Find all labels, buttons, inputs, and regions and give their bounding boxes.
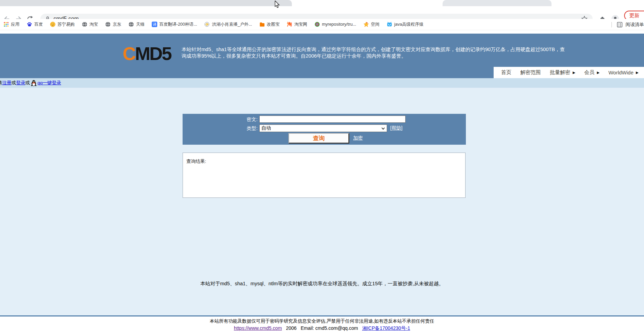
browser-toolbar: cmd5.com 更新 [0,6,644,19]
java-robot-icon [387,22,392,27]
bookmark-tmall[interactable]: 天猫 [128,22,145,27]
translate-badge-icon: 译 [152,22,157,27]
nav-label: WorldWide [608,70,633,75]
bookmark-label: 应用 [11,22,20,27]
chevron-right-icon: ▶ [597,71,600,74]
tab-inactive[interactable] [443,0,552,6]
login-bar: 请注册或登录或 qq一键登录 [0,78,644,88]
bookmark-label: 淘宝 [89,22,98,27]
bookmark-label: 改图宝 [267,22,280,27]
qq-penguin-icon [31,80,37,86]
footer-site-link[interactable]: https://www.cmd5.com [234,325,282,331]
bookmark-label: 苏宁易购 [58,22,75,27]
site-description: 本站针对md5、sha1等全球通用公开的加密算法进行反向查询，通过穷举字符组合的… [182,46,565,59]
bookmark-java[interactable]: java高级程序猿 [387,22,423,27]
bookmark-taobao[interactable]: 淘宝 [82,22,98,27]
bookmark-baidu-translate[interactable]: 译 百度翻译-200种语... [152,22,197,27]
bookmark-label: 空间 [371,22,380,27]
login-conj: 或 [12,80,16,86]
orange-folder-icon [259,22,265,27]
site-footer: 本站所有功能及数据仅可用于密码学研究及信息安全评估,严禁用于任何非法用途,如有违… [0,316,644,336]
bookmark-label: 天猫 [136,22,145,27]
footer-links-row: https://www.cmd5.com 2006 Email: cmd5.co… [0,325,644,332]
tab-strip [0,0,644,6]
login-conj: 或 [25,80,30,86]
cmd5-logo[interactable]: CMD5 [123,43,171,64]
help-link-wrap: [帮助] [390,125,402,131]
bookmark-label: 百度 [34,22,43,27]
bookmark-live-stream[interactable]: 洪湖小肖直播_户外... [204,22,252,27]
results-label: 查询结果: [186,158,206,165]
lion-icon [50,22,55,27]
bookmark-label: 淘宝网 [294,22,307,27]
query-results-box: 查询结果: [183,153,466,198]
nav-batch-decrypt[interactable]: 批量解密 ▶ [550,69,575,76]
query-form-panel: 密文: 类型: 自动 [帮助] 查询 加密 [183,114,466,145]
apps-grid-icon [3,22,9,27]
taobao-char-icon: 淘 [287,22,292,27]
nav-label: 会员 [584,69,595,76]
nav-label: 解密范围 [520,69,541,76]
reading-list-icon [617,22,623,28]
register-link[interactable]: 注册 [2,80,12,86]
bookmark-myrepository[interactable]: myrepository/tru... [314,22,356,27]
bookmark-baidu[interactable]: 百度 [27,22,43,27]
bookmark-label: 京东 [113,22,121,27]
globe-icon [82,22,87,27]
mouse-cursor [274,1,280,8]
bookmark-label: java高级程序猿 [394,22,423,27]
query-button[interactable]: 查询 [288,133,349,144]
baidu-paw-icon [27,22,32,27]
tab-inactive[interactable] [0,0,292,6]
chevron-right-icon: ▶ [636,71,639,74]
update-label: 更新 [629,12,640,19]
bracket: ] [401,125,402,131]
bookmarks-bar: 应用 百度 苏宁易购 淘宝 京东 [0,19,644,30]
bookmark-label: 洪湖小肖直播_户外... [212,22,252,27]
live-swirl-icon [204,22,210,27]
logo-c: C [123,43,135,64]
type-label: 类型: [183,125,258,132]
nav-worldwide[interactable]: WorldWide ▶ [608,70,639,75]
globe-icon [105,22,111,27]
nav-label: 批量解密 [550,69,570,76]
nav-decrypt-range[interactable]: 解密范围 [520,69,541,76]
nav-label: 首页 [501,69,511,76]
bookmarks-separator [611,22,612,27]
chevron-right-icon: ▶ [573,71,575,74]
bookmark-suning[interactable]: 苏宁易购 [50,22,75,27]
bookmark-jd[interactable]: 京东 [105,22,121,27]
cipher-input[interactable] [259,116,406,123]
nav-member[interactable]: 会员 ▶ [584,69,600,76]
bookmark-apps[interactable]: 应用 [3,22,20,27]
reading-list-label: 阅读清单 [626,22,644,28]
rainbow-rings-icon [314,22,320,27]
reading-list-area[interactable]: 阅读清单 [611,19,644,30]
footer-icp-link[interactable]: 湘ICP备17004230号-1 [362,325,410,331]
site-slogan: 本站对于md5、sha1、mysql、ntlm等的实时解密成功率在全球遥遥领先。… [0,280,644,287]
bookmark-label: 百度翻译-200种语... [159,22,197,27]
chevron-down-icon [381,126,385,131]
login-link[interactable]: 登录 [16,80,25,86]
logo-md5: MD5 [135,43,171,64]
type-select[interactable]: 自动 [259,124,387,132]
nav-home[interactable]: 首页 [501,69,511,76]
bookmark-taobao-site[interactable]: 淘 淘宝网 [287,22,307,27]
bookmark-gaitubao[interactable]: 改图宝 [259,22,280,27]
globe-icon [128,22,134,27]
bookmark-label: myrepository/tru... [322,22,356,27]
site-nav: 首页 解密范围 批量解密 ▶ 会员 ▶ WorldWide ▶ [494,67,644,78]
cipher-label: 密文: [183,117,258,123]
type-select-value: 自动 [261,125,271,131]
qzone-star-icon [363,22,369,27]
tab-active[interactable] [292,0,443,6]
encrypt-link[interactable]: 加密 [353,135,363,141]
footer-year: 2006 [286,325,297,331]
help-link[interactable]: 帮助 [392,125,401,131]
footer-disclaimer: 本站所有功能及数据仅可用于密码学研究及信息安全评估,严禁用于任何非法用途,如有违… [0,318,644,324]
qq-login-link[interactable]: qq一键登录 [38,80,61,86]
footer-email: Email: cmd5.com@qq.com [301,325,358,331]
bookmark-qzone[interactable]: 空间 [363,22,380,27]
